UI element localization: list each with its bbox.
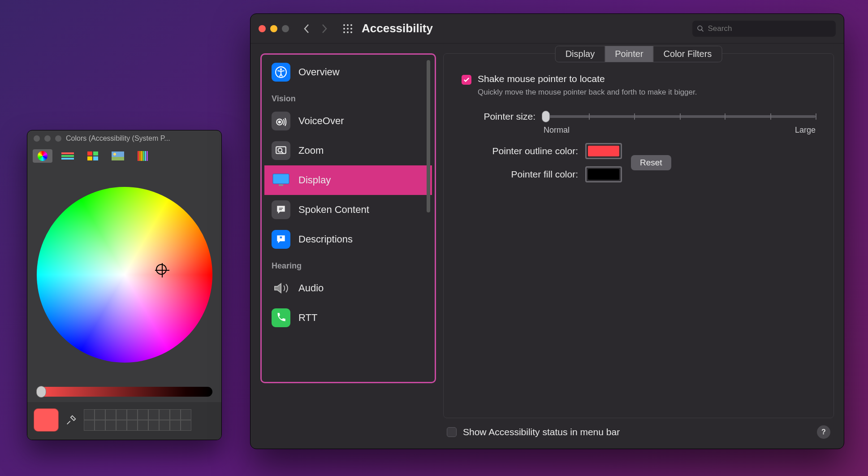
swatch-cell[interactable] (159, 409, 170, 420)
sidebar-item-voiceover[interactable]: VoiceOver (264, 106, 432, 136)
tab-color-filters[interactable]: Color Filters (653, 46, 722, 62)
pointer-fill-color-well[interactable] (585, 166, 622, 182)
search-input[interactable] (708, 24, 831, 33)
svg-point-24 (350, 31, 352, 33)
voiceover-icon (272, 112, 290, 130)
swatch-row (27, 402, 221, 440)
sidebar-item-label: Spoken Content (298, 204, 369, 216)
pointer-outline-color (588, 146, 619, 156)
svg-rect-0 (61, 152, 74, 154)
grid-icon (343, 24, 353, 34)
svg-point-31 (278, 148, 282, 152)
swatch-cell[interactable] (148, 409, 159, 420)
tab-color-sliders[interactable] (58, 149, 78, 163)
main-card: Display Pointer Color Filters Shake mous… (443, 53, 834, 418)
sidebar-item-label: Descriptions (298, 234, 353, 245)
sidebar[interactable]: Overview Vision VoiceOver Zoom (264, 57, 432, 379)
sidebar-item-descriptions[interactable]: ❞ Descriptions (264, 225, 432, 254)
swatch-cell[interactable] (84, 409, 95, 420)
tab-display[interactable]: Display (556, 46, 605, 62)
swatch-cell[interactable] (116, 420, 127, 431)
descriptions-icon: ❞ (272, 230, 290, 249)
svg-point-21 (350, 28, 352, 30)
color-wheel-cursor-icon[interactable] (156, 264, 167, 275)
shake-pointer-checkbox[interactable] (462, 75, 471, 85)
zoom-icon-disabled (282, 25, 289, 32)
forward-button (319, 23, 330, 35)
tab-image-palettes[interactable] (108, 149, 128, 163)
show-all-button[interactable] (343, 24, 353, 34)
swatch-cell[interactable] (181, 409, 191, 420)
saved-swatch-grid[interactable] (84, 409, 191, 431)
svg-rect-35 (279, 209, 282, 210)
swatch-cell[interactable] (181, 420, 191, 431)
swatch-cell[interactable] (105, 409, 116, 420)
swatch-cell[interactable] (170, 409, 181, 420)
swatch-cell[interactable] (105, 420, 116, 431)
svg-rect-12 (141, 151, 143, 161)
sidebar-item-display[interactable]: Display (264, 165, 432, 195)
footer: Show Accessibility status in menu bar ? (443, 418, 834, 439)
colors-titlebar[interactable]: Colors (Accessibility (System P... (27, 130, 221, 147)
pointer-size-label: Pointer size: (462, 111, 535, 122)
swatch-cell[interactable] (138, 420, 148, 431)
svg-rect-33 (279, 184, 283, 186)
sidebar-item-spoken-content[interactable]: Spoken Content (264, 195, 432, 225)
swatch-cell[interactable] (170, 420, 181, 431)
svg-rect-13 (143, 151, 144, 161)
tab-color-wheel[interactable] (33, 149, 52, 163)
minimize-icon[interactable] (44, 135, 51, 142)
swatch-cell[interactable] (84, 420, 95, 431)
tab-color-palettes[interactable] (83, 149, 103, 163)
swatch-cell[interactable] (116, 409, 127, 420)
pointer-outline-color-well[interactable] (585, 143, 622, 159)
swatch-cell[interactable] (127, 409, 138, 420)
current-color-swatch[interactable] (34, 408, 59, 432)
sidebar-item-audio[interactable]: Audio (264, 273, 432, 303)
sidebar-item-rtt[interactable]: RTT (264, 303, 432, 333)
close-icon[interactable] (259, 25, 266, 32)
pointer-outline-label: Pointer outline color: (462, 146, 578, 156)
reset-button[interactable]: Reset (631, 155, 671, 170)
sidebar-scrollbar[interactable] (427, 60, 430, 212)
shake-pointer-option[interactable]: Shake mouse pointer to locate (462, 74, 816, 85)
pointer-size-slider[interactable] (544, 115, 816, 118)
sidebar-section-hearing: Hearing (264, 254, 432, 273)
pointer-fill-color (588, 169, 619, 180)
back-button[interactable] (301, 23, 312, 35)
tab-pencils[interactable] (133, 149, 153, 163)
shake-pointer-description: Quickly move the mouse pointer back and … (478, 87, 738, 98)
svg-point-22 (343, 31, 345, 33)
sidebar-item-overview[interactable]: Overview (264, 57, 432, 87)
close-icon[interactable] (34, 135, 40, 142)
svg-rect-2 (61, 158, 74, 160)
tab-pointer[interactable]: Pointer (605, 46, 653, 62)
swatch-cell[interactable] (159, 420, 170, 431)
brightness-slider[interactable] (36, 387, 212, 397)
swatch-cell[interactable] (127, 420, 138, 431)
minimize-icon[interactable] (270, 25, 277, 32)
svg-rect-1 (61, 155, 74, 157)
sliders-icon (61, 151, 74, 160)
sidebar-item-label: RTT (298, 312, 317, 324)
brightness-slider-knob[interactable] (36, 386, 46, 398)
swatch-cell[interactable] (95, 420, 105, 431)
color-wheel-icon (38, 151, 48, 161)
svg-rect-6 (93, 156, 98, 160)
pointer-size-max-label: Large (795, 125, 816, 135)
color-wheel[interactable] (37, 187, 212, 363)
help-button[interactable]: ? (817, 425, 830, 439)
sidebar-item-label: Audio (298, 282, 324, 294)
swatch-cell[interactable] (138, 409, 148, 420)
svg-rect-8 (112, 157, 124, 160)
swatch-cell[interactable] (148, 420, 159, 431)
sidebar-item-zoom[interactable]: Zoom (264, 136, 432, 165)
eyedropper-icon[interactable] (65, 414, 78, 426)
pointer-size-slider-knob[interactable] (542, 111, 550, 122)
svg-rect-32 (273, 174, 289, 184)
search-field[interactable] (692, 21, 836, 37)
show-status-checkbox[interactable] (447, 427, 457, 437)
swatch-cell[interactable] (95, 409, 105, 420)
color-picker-tabs (27, 147, 221, 167)
window-controls (259, 25, 289, 32)
